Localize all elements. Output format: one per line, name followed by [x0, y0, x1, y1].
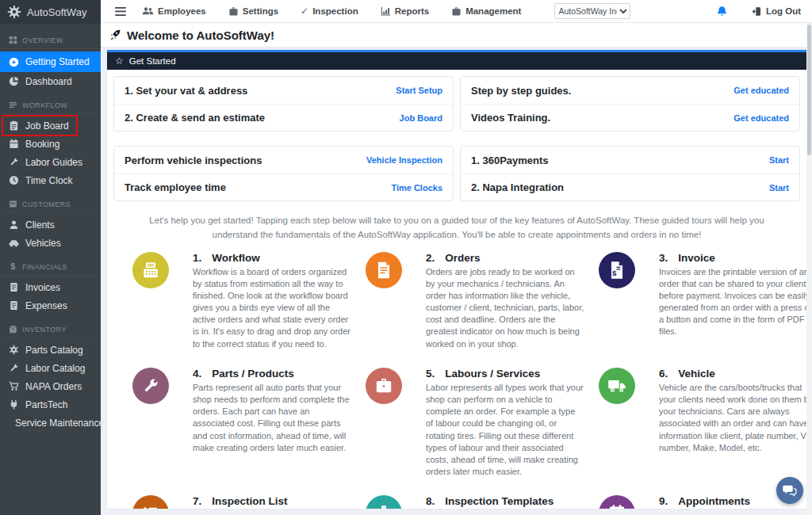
feature-number: 7.: [193, 495, 201, 507]
check-icon: ✓: [301, 6, 308, 17]
sidebar-item-label: Booking: [25, 139, 59, 150]
feature-parts: 4.Parts / Products Parts represent all a…: [126, 368, 351, 478]
sidebar-section-customers: CUSTOMERS: [0, 189, 101, 213]
card-row: 1. Set your vat & address Start Setup: [114, 77, 453, 104]
sidebar-item-vehicles[interactable]: Vehicles: [0, 234, 101, 252]
sidebar-item-partstech[interactable]: PartsTech: [0, 395, 101, 414]
wrench-icon: [9, 363, 19, 373]
card-setup: 1. Set your vat & address Start Setup 2.…: [113, 76, 454, 132]
calendar-check-icon[interactable]: [599, 495, 635, 509]
job-board-link[interactable]: Job Board: [400, 113, 442, 123]
panel-title: Get Started: [129, 56, 176, 66]
organization-icon: [451, 6, 462, 17]
sidebar-item-invoices[interactable]: Invoices: [0, 278, 101, 296]
sidebar-item-napa-orders[interactable]: NAPA Orders: [0, 377, 101, 395]
vehicle-inspection-link[interactable]: Vehicle Inspection: [366, 155, 442, 165]
sidebar-item-dashboard[interactable]: Dashboard: [0, 72, 101, 90]
menu-lines-icon: [9, 101, 17, 109]
topbar-item-employees[interactable]: Employees: [142, 6, 206, 16]
card-guides: Step by step guides. Get educated Videos…: [460, 76, 800, 132]
id-badge-icon: [9, 200, 17, 208]
start-link[interactable]: Start: [769, 155, 789, 165]
features-grid: 1.Workflow Workflow is a board of orders…: [126, 252, 787, 509]
get-started-panel: ☆ Get Started 1. Set your vat & address …: [107, 50, 806, 509]
sidebar: AutoSoftWay OVERVIEW Getting Started Das…: [0, 0, 101, 515]
get-educated-link[interactable]: Get educated: [733, 113, 789, 123]
get-educated-link[interactable]: Get educated: [733, 86, 789, 95]
list-icon[interactable]: [132, 495, 169, 509]
feature-vehicle: 6.Vehicle Vehicle are the cars/boots/tru…: [592, 368, 806, 478]
sidebar-item-label: Job Board: [25, 120, 69, 132]
panel-header: ☆ Get Started: [107, 50, 806, 70]
briefcase-icon[interactable]: [366, 368, 402, 404]
hamburger-menu-icon[interactable]: [115, 7, 126, 16]
start-link[interactable]: Start: [769, 183, 789, 193]
sidebar-section-financials: $ FINANCIALS: [0, 252, 101, 276]
sidebar-item-booking[interactable]: Booking: [0, 135, 101, 153]
section-label: WORKFLOW: [22, 101, 67, 109]
topbar-item-inspection[interactable]: ✓ Inspection: [301, 6, 358, 17]
sidebar-item-labor-catalog[interactable]: Labor Catalog: [0, 359, 101, 377]
app-logo[interactable]: AutoSoftWay: [0, 0, 101, 24]
start-setup-link[interactable]: Start Setup: [396, 86, 442, 95]
feature-title: Appointments: [678, 495, 750, 507]
feature-inspection-templates: 8.Inspection Templates To make creating …: [359, 495, 584, 509]
invoice-icon[interactable]: $: [599, 252, 635, 288]
sidebar-item-clients[interactable]: Clients: [0, 216, 101, 234]
cart-icon: [9, 381, 19, 391]
topbar-item-settings[interactable]: Settings: [228, 6, 278, 17]
feature-invoice: $ 3.Invoice Invoices are the printable v…: [592, 252, 806, 350]
sidebar-item-labor-guides[interactable]: Labor Guides: [0, 153, 101, 171]
sidebar-item-service-maintenance[interactable]: Service Maintenance: [0, 414, 101, 432]
feature-description: Workflow is a board of orders organized …: [193, 266, 351, 350]
bar-chart-icon: [381, 6, 391, 17]
scrollbar-thumb[interactable]: [807, 25, 811, 155]
logout-icon: [752, 6, 762, 17]
sidebar-item-label: Vehicles: [25, 238, 61, 249]
svg-text:$: $: [612, 268, 617, 277]
sidebar-section-workflow: WORKFLOW: [0, 90, 101, 114]
sidebar-item-getting-started[interactable]: Getting Started: [0, 52, 101, 72]
logout-button[interactable]: Log Out: [752, 6, 801, 17]
sidebar-item-label: Invoices: [25, 282, 60, 293]
chat-button[interactable]: [776, 477, 803, 504]
box-icon: [9, 325, 17, 334]
topbar-item-management[interactable]: Management: [451, 6, 521, 17]
vertical-scrollbar[interactable]: [806, 23, 812, 515]
sidebar-section-overview: OVERVIEW: [0, 25, 101, 49]
card-row: Track employee time Time Clocks: [114, 174, 453, 200]
quick-cards: 1. Set your vat & address Start Setup 2.…: [113, 76, 800, 201]
gear-icon: [9, 345, 19, 355]
receipt-icon[interactable]: [366, 252, 402, 288]
feature-number: 8.: [426, 495, 435, 507]
bell-icon[interactable]: [716, 6, 728, 17]
page-title: Welcome to AutoSoftWay!: [127, 29, 274, 42]
panel-body: 1. Set your vat & address Start Setup 2.…: [107, 70, 806, 509]
card-row-title: Perform vehicle inspections: [124, 154, 262, 166]
sidebar-item-parts-catalog[interactable]: Parts Catalog: [0, 341, 101, 359]
card-row: 2. Create & send an estimate Job Board: [114, 104, 453, 131]
section-label: INVENTORY: [22, 326, 67, 334]
users-icon: [142, 6, 154, 16]
feature-number: 4.: [193, 368, 201, 380]
wrench-icon[interactable]: [132, 368, 169, 404]
feature-inspection-list: 7.Inspection List As part of routine che…: [126, 495, 351, 509]
sidebar-section-inventory: INVENTORY: [0, 315, 101, 338]
feature-description: Invoices are the printable version of an…: [659, 266, 806, 338]
card-row: 1. 360Payments Start: [461, 147, 799, 174]
feature-title: Parts / Products: [212, 368, 294, 380]
feature-title: Labours / Services: [445, 368, 540, 380]
card-integrations: 1. 360Payments Start 2. Napa Integration…: [460, 146, 800, 201]
cash-register-icon[interactable]: [132, 252, 169, 288]
time-clocks-link[interactable]: Time Clocks: [391, 183, 442, 193]
truck-icon[interactable]: [599, 368, 635, 404]
sitemap-icon[interactable]: [366, 495, 402, 509]
topbar-item-reports[interactable]: Reports: [381, 6, 429, 17]
sidebar-item-expenses[interactable]: Expenses: [0, 296, 101, 315]
topbar-item-label: Settings: [243, 6, 278, 16]
company-select[interactable]: AutoSoftWay Inc: [554, 3, 630, 19]
main-content: Welcome to AutoSoftWay! ☆ Get Started 1.…: [101, 23, 812, 515]
clipboard-icon: [9, 120, 19, 131]
sidebar-item-time-clock[interactable]: Time Clock: [0, 171, 101, 189]
sidebar-item-job-board[interactable]: Job Board: [0, 116, 101, 135]
